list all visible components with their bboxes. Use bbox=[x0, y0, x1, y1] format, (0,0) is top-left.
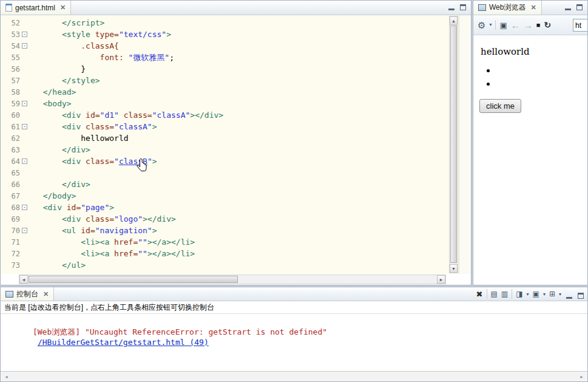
fold-toggle-icon[interactable]: - bbox=[22, 32, 27, 37]
scroll-right-icon[interactable]: ► bbox=[577, 372, 586, 381]
code-line[interactable]: <style type="text/css"> bbox=[33, 29, 471, 40]
line-number: 63 bbox=[12, 146, 20, 154]
fold-spacer bbox=[22, 262, 27, 268]
horizontal-scroll-thumb[interactable] bbox=[29, 276, 238, 283]
fold-spacer bbox=[22, 66, 27, 72]
code-line[interactable]: </div> bbox=[33, 144, 471, 155]
code-line[interactable]: </ul> bbox=[33, 259, 471, 271]
code-token: > bbox=[152, 226, 157, 235]
code-token: </div> bbox=[62, 180, 90, 189]
code-line[interactable]: <li><a href=""></a></li> bbox=[33, 248, 471, 259]
tab-console[interactable]: 控制台 ✕ bbox=[1, 287, 54, 301]
maximize-icon[interactable] bbox=[460, 4, 466, 10]
code-token bbox=[33, 203, 43, 212]
horizontal-scrollbar[interactable]: ◄ ► bbox=[19, 275, 446, 284]
code-token: <style bbox=[62, 30, 95, 39]
fold-toggle-icon[interactable]: - bbox=[22, 124, 27, 129]
scroll-right-icon[interactable]: ► bbox=[437, 275, 445, 284]
scroll-left-icon[interactable]: ◄ bbox=[19, 275, 28, 284]
open-console-icon[interactable]: ⊞ bbox=[549, 290, 555, 298]
fold-spacer bbox=[22, 170, 27, 176]
line-number: 64 bbox=[12, 157, 20, 166]
open-console-icon-dropdown[interactable]: ▾ bbox=[559, 292, 561, 297]
code-token: id= bbox=[81, 226, 95, 235]
code-token: href= bbox=[114, 237, 138, 247]
code-token bbox=[33, 191, 43, 200]
forward-icon[interactable]: → bbox=[524, 21, 533, 30]
clear-console-icon[interactable]: ✖ bbox=[476, 290, 483, 298]
code-token bbox=[33, 30, 62, 39]
line-number: 57 bbox=[12, 77, 20, 85]
maximize-icon[interactable] bbox=[578, 293, 584, 299]
save-log-icon[interactable]: ▤ bbox=[491, 290, 498, 298]
pin-console-icon[interactable]: ◨ bbox=[516, 290, 522, 298]
tab-web-browser[interactable]: Web浏览器 ✕ bbox=[473, 1, 542, 15]
fold-toggle-icon[interactable]: - bbox=[22, 228, 27, 233]
code-token bbox=[33, 122, 62, 131]
code-line[interactable]: <ul id="navigation"> bbox=[33, 225, 471, 236]
code-line[interactable]: <div class="classA"> bbox=[33, 121, 471, 132]
scroll-down-icon[interactable]: ▼ bbox=[450, 264, 458, 273]
fold-toggle-icon[interactable]: - bbox=[22, 43, 27, 49]
console-error-link[interactable]: /HBuilderGetStart/getstart.html (49) bbox=[38, 338, 209, 347]
scroll-up-icon[interactable]: ▲ bbox=[450, 16, 458, 25]
code-line[interactable]: <body> bbox=[33, 98, 471, 109]
pin-console-icon-dropdown[interactable]: ▾ bbox=[527, 292, 529, 297]
code-area[interactable]: </script> <style type="text/css"> .class… bbox=[29, 15, 471, 274]
code-line[interactable] bbox=[33, 167, 471, 179]
open-log-icon[interactable]: ▥ bbox=[501, 290, 508, 298]
tab-close-icon[interactable]: ✕ bbox=[60, 4, 66, 12]
code-line[interactable]: <div class="classB"> bbox=[33, 155, 471, 167]
console-output: [Web浏览器] "Uncaught ReferenceError: getSt… bbox=[1, 314, 587, 371]
code-token bbox=[33, 214, 62, 223]
display-console-icon-dropdown[interactable]: ▾ bbox=[543, 292, 546, 297]
console-tab-bar: 控制台 ✕ ✖▤▥◨▾▣▾⊞▾ bbox=[1, 287, 587, 301]
click-me-button[interactable]: click me bbox=[479, 99, 521, 113]
fold-spacer bbox=[22, 89, 27, 95]
settings-dropdown-icon[interactable]: ▾ bbox=[489, 22, 492, 27]
code-line[interactable]: <div class="logo"></div> bbox=[33, 213, 471, 225]
line-number: 73 bbox=[12, 261, 20, 270]
stop-icon[interactable]: ■ bbox=[536, 22, 541, 29]
code-line[interactable]: <div id="d1" class="classA"></div> bbox=[33, 109, 471, 121]
browser-tab-bar: Web浏览器 ✕ bbox=[473, 1, 587, 15]
maximize-icon[interactable] bbox=[576, 4, 583, 10]
code-line[interactable]: .classA{ bbox=[33, 40, 471, 52]
code-line[interactable]: } bbox=[33, 63, 471, 75]
code-line[interactable]: <li><a href=""></a></li> bbox=[33, 236, 471, 248]
code-token: id= bbox=[67, 203, 81, 212]
code-line[interactable]: </div> bbox=[33, 179, 471, 190]
code-token: <ul bbox=[62, 226, 81, 235]
browser-tab-close-icon[interactable]: ✕ bbox=[530, 4, 536, 12]
url-input[interactable] bbox=[573, 19, 588, 32]
editor-body: 5253-54-5556575859-6061-626364-65666768-… bbox=[1, 15, 471, 274]
code-line[interactable]: <div id="page"> bbox=[33, 202, 471, 213]
code-line[interactable]: </style> bbox=[33, 75, 471, 86]
console-tab-close-icon[interactable]: ✕ bbox=[43, 290, 49, 298]
vertical-scroll-thumb[interactable] bbox=[450, 26, 457, 263]
code-line[interactable]: helloworld bbox=[33, 132, 471, 144]
code-token: ></div> bbox=[190, 111, 223, 120]
code-line[interactable]: </script> bbox=[33, 17, 471, 29]
code-line[interactable]: </head> bbox=[33, 86, 471, 98]
settings-gear-icon[interactable]: ⚙ bbox=[478, 21, 485, 30]
console-tab-label: 控制台 bbox=[16, 289, 38, 299]
scroll-left-icon[interactable]: ◄ bbox=[2, 372, 11, 381]
minimize-icon[interactable] bbox=[565, 5, 571, 10]
display-console-icon[interactable]: ▣ bbox=[533, 290, 539, 298]
fold-toggle-icon[interactable]: - bbox=[22, 159, 27, 164]
refresh-icon[interactable]: ↻ bbox=[544, 21, 551, 29]
code-line[interactable]: font: "微软雅黑"; bbox=[33, 52, 471, 63]
code-token: helloworld bbox=[33, 134, 129, 143]
minimize-icon[interactable] bbox=[566, 293, 572, 299]
fold-toggle-icon[interactable]: - bbox=[22, 101, 27, 106]
back-icon[interactable]: ← bbox=[511, 21, 520, 30]
fold-toggle-icon[interactable]: - bbox=[22, 205, 27, 210]
vertical-scrollbar[interactable]: ▲ ▼ bbox=[449, 16, 458, 273]
code-token bbox=[33, 145, 62, 154]
tab-getstart-html[interactable]: getstart.html ✕ bbox=[1, 1, 71, 15]
code-line[interactable]: </body> bbox=[33, 190, 471, 202]
console-horizontal-scrollbar[interactable]: ◄ ► bbox=[1, 371, 587, 381]
devtools-icon[interactable]: ▣ bbox=[499, 21, 507, 29]
minimize-icon[interactable] bbox=[448, 5, 455, 10]
